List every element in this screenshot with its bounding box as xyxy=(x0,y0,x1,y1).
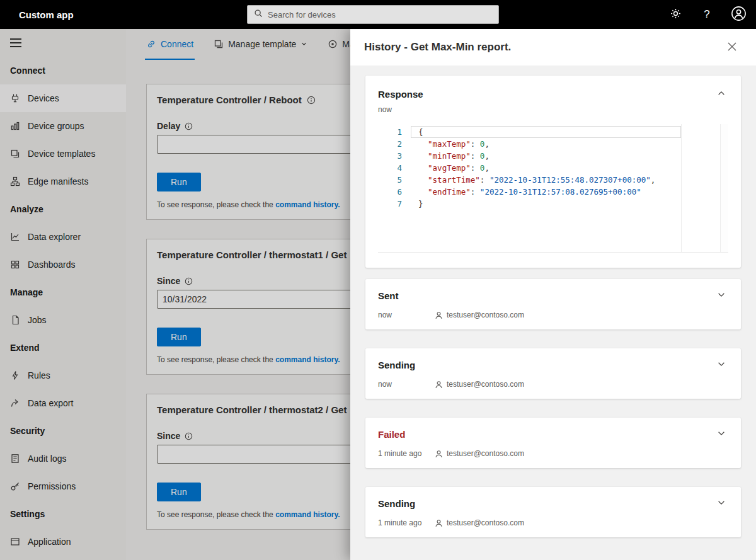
entry-user: testuser@contoso.com xyxy=(447,380,524,389)
response-time: now xyxy=(378,105,728,114)
entry-time: 1 minute ago xyxy=(378,449,435,458)
entry-user: testuser@contoso.com xyxy=(447,311,524,319)
avatar-icon xyxy=(731,6,747,23)
entry-time: now xyxy=(378,380,435,389)
chevron-down-icon xyxy=(717,429,726,440)
entry-time: now xyxy=(378,311,435,319)
modal-overlay[interactable] xyxy=(0,29,350,560)
history-entry: Failed 1 minute ago testuser@contoso.com xyxy=(365,418,741,468)
collapse-button[interactable] xyxy=(714,87,728,101)
history-entry: Sent now testuser@contoso.com xyxy=(365,279,741,329)
minimap-content xyxy=(684,128,718,140)
history-panel: History - Get Max-Min report. Response n… xyxy=(350,29,756,560)
response-title: Response xyxy=(378,89,423,100)
response-card: Response now 1{2 "maxTemp": 0,3 "minTemp… xyxy=(365,76,741,268)
person-icon xyxy=(435,450,443,458)
help-button[interactable]: ? xyxy=(696,3,718,26)
entry-title: Failed xyxy=(378,429,405,440)
entry-title: Sending xyxy=(378,360,415,370)
search-input[interactable] xyxy=(268,10,492,20)
editor-minimap[interactable] xyxy=(681,124,720,252)
person-icon xyxy=(435,519,443,527)
person-icon xyxy=(435,311,443,319)
panel-title: History - Get Max-Min report. xyxy=(364,41,511,54)
entry-title: Sent xyxy=(378,290,399,301)
expand-button[interactable] xyxy=(714,289,728,302)
close-button[interactable] xyxy=(724,40,740,55)
account-button[interactable] xyxy=(727,3,750,26)
entry-user: testuser@contoso.com xyxy=(447,518,524,527)
history-entry: Sending now testuser@contoso.com xyxy=(365,348,741,399)
top-bar: Custom app ? xyxy=(0,0,756,29)
chevron-up-icon xyxy=(717,89,726,100)
app-title: Custom app xyxy=(19,9,74,20)
person-icon xyxy=(435,380,443,389)
editor-scrollbar[interactable] xyxy=(720,124,728,252)
panel-body: Response now 1{2 "maxTemp": 0,3 "minTemp… xyxy=(350,66,756,560)
panel-header: History - Get Max-Min report. xyxy=(350,29,756,66)
code-lines: 1{2 "maxTemp": 0,3 "minTemp": 0,4 "avgTe… xyxy=(378,124,681,252)
chevron-down-icon xyxy=(717,498,726,509)
entry-title: Sending xyxy=(378,498,415,509)
code-editor[interactable]: 1{2 "maxTemp": 0,3 "minTemp": 0,4 "avgTe… xyxy=(378,124,728,253)
help-icon: ? xyxy=(704,8,709,21)
chevron-down-icon xyxy=(717,360,726,370)
chevron-down-icon xyxy=(717,290,726,301)
search-icon xyxy=(254,9,263,20)
entry-user: testuser@contoso.com xyxy=(447,449,524,458)
gear-icon xyxy=(670,8,682,21)
search-box[interactable] xyxy=(247,5,499,24)
expand-button[interactable] xyxy=(714,427,728,441)
close-icon xyxy=(728,42,736,53)
expand-button[interactable] xyxy=(714,358,728,372)
settings-button[interactable] xyxy=(664,3,687,26)
expand-button[interactable] xyxy=(714,496,728,510)
history-entry: Sending 1 minute ago testuser@contoso.co… xyxy=(365,487,741,537)
entry-time: 1 minute ago xyxy=(378,518,435,527)
